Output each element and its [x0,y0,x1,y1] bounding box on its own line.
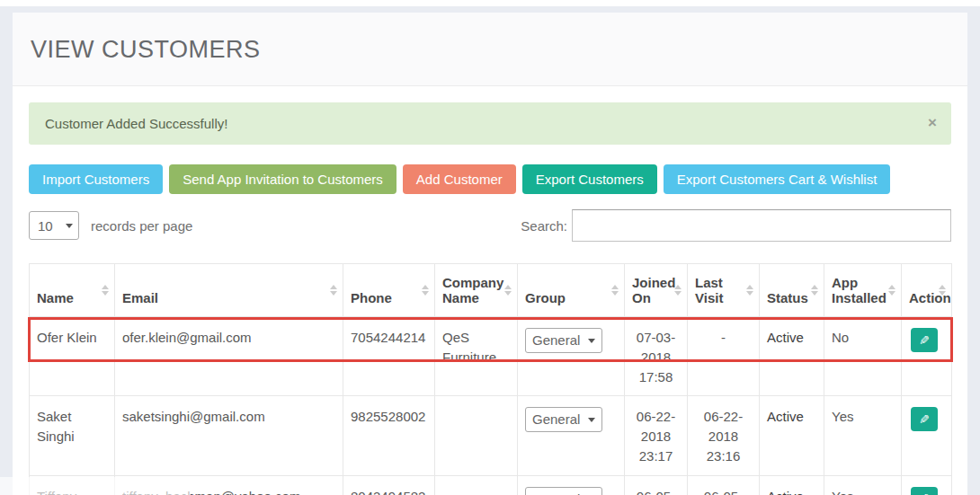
pencil-icon: ✎ [919,491,930,495]
success-alert-message: Customer Added Successfully! [45,116,227,131]
cell-status: Active [760,317,824,396]
import-customers-button[interactable]: Import Customers [29,164,163,194]
pencil-icon: ✎ [919,333,930,348]
sort-icon [611,285,619,296]
chevron-down-icon [66,224,73,228]
column-header-last-visit[interactable]: Last Visit [688,264,760,317]
cell-group: General [518,396,625,475]
sort-icon [888,285,895,296]
cell-action: ✎ [902,396,952,475]
table-header-row: Name Email Phone Company Name Group Join… [30,264,952,317]
table-row: Ofer Klein ofer.klein@gmail.com 70542442… [30,317,952,396]
page-size-select[interactable]: 10 [29,211,79,240]
export-customers-button[interactable]: Export Customers [522,164,657,194]
group-select[interactable]: General [525,487,602,495]
cell-app-installed: Yes [824,396,902,475]
edit-button[interactable]: ✎ [911,487,938,495]
table-row: Tiffany Bachman tiffany_bachman@yahoo.co… [30,475,952,495]
column-header-joined-on[interactable]: Joined On [625,264,688,317]
export-cart-wishlist-button[interactable]: Export Customers Cart & Wishlist [664,164,891,194]
search-label: Search: [521,218,567,234]
page-size-value: 10 [38,218,53,234]
close-icon[interactable]: × [928,115,937,130]
toolbar: Import Customers Send App Invitation to … [29,164,951,194]
view-customers-card: VIEW CUSTOMERS Customer Added Successful… [13,13,967,495]
sort-icon [330,285,337,296]
cell-company [435,396,518,475]
column-header-email[interactable]: Email [115,264,343,317]
column-header-action[interactable]: Action [902,264,952,317]
sort-icon [811,285,818,296]
column-header-phone[interactable]: Phone [343,264,435,317]
column-header-group[interactable]: Group [518,264,625,317]
cell-email: saketsinghi@gmail.com [115,396,343,475]
cell-group: General [518,475,625,495]
cell-name: Saket Singhi [30,396,115,475]
group-select[interactable]: General [525,407,602,432]
cell-email: tiffany_bachman@yahoo.com [115,475,343,495]
cell-joined-on: 07-03-2018 17:58 [625,317,688,396]
table-controls: 10 records per page Search: [29,209,951,242]
sort-icon [504,285,512,296]
send-app-invitation-button[interactable]: Send App Invitation to Customers [169,164,396,194]
cell-company: QeS Furniture [435,317,518,396]
cell-joined-on: 06-05-2018 [625,475,688,495]
cell-app-installed: Yes [824,475,902,495]
column-header-company-name[interactable]: Company Name [435,264,518,317]
edit-button[interactable]: ✎ [911,407,938,431]
cell-name: Ofer Klein [30,317,115,396]
cell-last-visit: - [688,317,760,396]
cell-group: General [518,317,625,396]
cell-action: ✎ [902,475,952,495]
cell-action: ✎ [902,317,952,396]
edit-button[interactable]: ✎ [911,328,938,352]
cell-status: Active [760,475,824,495]
cell-joined-on: 06-22-2018 23:17 [625,396,688,475]
cell-email: ofer.klein@gmail.com [115,317,343,396]
sort-icon [939,285,946,296]
column-header-name[interactable]: Name [30,264,115,317]
cell-phone: 9825528002 [343,396,435,475]
cell-phone: 8043494582 [343,475,435,495]
cell-app-installed: No [824,317,902,396]
pencil-icon: ✎ [919,412,930,427]
group-select[interactable]: General [525,328,602,353]
success-alert: Customer Added Successfully! × [29,102,951,145]
customers-table: Name Email Phone Company Name Group Join… [29,263,952,495]
table-row: Saket Singhi saketsinghi@gmail.com 98255… [30,396,952,475]
sort-icon [746,285,753,296]
chevron-down-icon [588,418,595,422]
search-input[interactable] [572,209,951,242]
sort-icon [674,285,682,296]
cell-last-visit: 06-05-2018 [688,475,760,495]
cell-phone: 7054244214 [343,317,435,396]
sort-icon [422,285,429,296]
cell-last-visit: 06-22-2018 23:16 [688,396,760,475]
cell-name: Tiffany Bachman [30,475,115,495]
cell-company [435,475,518,495]
records-per-page-label: records per page [91,218,192,234]
add-customer-button[interactable]: Add Customer [403,164,516,194]
cell-status: Active [760,396,824,475]
chevron-down-icon [588,339,595,343]
column-header-status[interactable]: Status [760,264,824,317]
column-header-app-installed[interactable]: App Installed [824,264,902,317]
sort-icon [102,285,109,296]
page-title: VIEW CUSTOMERS [31,36,949,64]
card-header: VIEW CUSTOMERS [13,13,967,86]
